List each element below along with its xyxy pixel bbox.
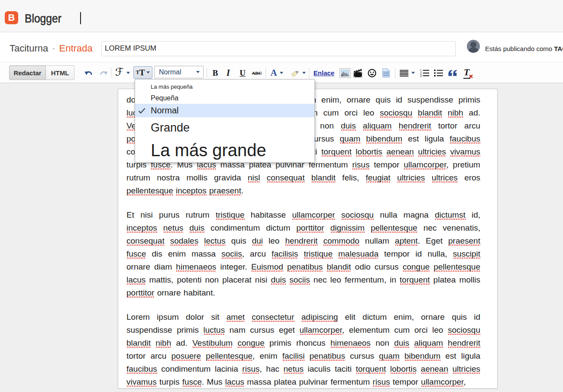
misspelled-word: pellentesque xyxy=(371,223,417,233)
misspelled-word: aenean xyxy=(386,147,414,157)
misspelled-word: ultricies xyxy=(453,364,480,374)
misspelled-word: consequat xyxy=(267,173,305,183)
misspelled-word: congue xyxy=(237,338,264,348)
blogger-logo-icon[interactable]: B xyxy=(5,11,18,24)
misspelled-word: blandit xyxy=(311,173,336,183)
blog-name[interactable]: Taciturna xyxy=(10,43,48,54)
post-title-input[interactable] xyxy=(101,41,456,56)
misspelled-word: pellentesque xyxy=(206,351,252,361)
misspelled-word: sociosqu xyxy=(341,210,374,220)
insert-image-button[interactable] xyxy=(339,62,351,84)
font-size-option[interactable]: Pequeña xyxy=(135,93,314,104)
misspelled-word: faucibus xyxy=(450,134,480,144)
misspelled-word: lacus xyxy=(225,377,244,387)
undo-button[interactable] xyxy=(83,62,95,84)
font-size-icon-big: T xyxy=(139,68,145,77)
misspelled-word: ullamcorper xyxy=(404,160,446,170)
insert-emoji-button[interactable] xyxy=(367,62,377,84)
compose-tab[interactable]: Redactar xyxy=(9,65,46,80)
font-size-option[interactable]: Normal xyxy=(135,104,314,117)
highlighter-icon xyxy=(290,69,300,77)
misspelled-word: dui xyxy=(252,236,263,246)
editor-line: suspendisse primis luctus nam cursus ege… xyxy=(126,324,480,337)
editor-line: vivamus turpis fusce. Mus lacus massa pl… xyxy=(126,376,480,389)
misspelled-word: netus xyxy=(284,364,304,374)
numbered-list-button[interactable]: 1 2 3 xyxy=(419,62,430,84)
chevron-down-icon xyxy=(411,72,415,74)
insert-video-button[interactable] xyxy=(353,62,363,84)
font-size-button[interactable]: T T xyxy=(133,66,152,79)
misspelled-word: hendrerit xyxy=(399,121,431,131)
mode-switch: Redactar HTML xyxy=(9,65,74,80)
editor-line: tortor arcu posuere pellentesque, enim f… xyxy=(126,350,480,363)
misspelled-word: luctus xyxy=(204,325,225,335)
misspelled-word: pellentesque xyxy=(126,186,173,196)
editor-paragraph: Lorem ipsum dolor sit amet consectetur a… xyxy=(126,311,480,389)
chevron-down-icon xyxy=(302,72,306,74)
misspelled-word: tristique xyxy=(304,249,333,259)
misspelled-word: torquent xyxy=(400,275,430,285)
svg-text:3: 3 xyxy=(420,74,422,77)
redo-button[interactable] xyxy=(97,62,109,84)
editor-line: pellentesque inceptos praesent. xyxy=(126,184,480,197)
misspelled-word: himenaeos xyxy=(176,262,216,272)
misspelled-word: nisl xyxy=(248,173,260,183)
misspelled-word: dictumst xyxy=(435,210,466,220)
heading-select[interactable]: Normal xyxy=(154,66,204,78)
misspelled-word: porttitor xyxy=(296,223,324,233)
misspelled-word: blandit xyxy=(126,338,151,348)
misspelled-word: bibendum xyxy=(404,351,440,361)
misspelled-word: hendrerit xyxy=(448,338,480,348)
font-size-option[interactable]: La más pequeña xyxy=(135,80,314,93)
app-header: B Blogger xyxy=(0,0,563,32)
chevron-down-icon xyxy=(126,72,130,74)
insert-jump-break-button[interactable] xyxy=(381,62,392,84)
breadcrumb-separator: · xyxy=(48,43,59,54)
bullet-list-button[interactable] xyxy=(433,62,444,84)
strikethrough-icon: ABC xyxy=(252,71,262,76)
insert-link-button[interactable]: Enlace xyxy=(311,62,337,84)
misspelled-word: quam xyxy=(340,134,361,144)
misspelled-word: sociis xyxy=(221,249,242,259)
blockquote-button[interactable] xyxy=(447,62,458,84)
html-tab[interactable]: HTML xyxy=(46,65,74,80)
misspelled-word: posuere xyxy=(171,351,201,361)
avatar xyxy=(467,40,480,53)
misspelled-word: consequat xyxy=(126,236,165,246)
film-icon xyxy=(353,68,363,77)
toolbar-separator xyxy=(309,68,309,78)
checkmark-icon xyxy=(138,108,146,114)
misspelled-word: aliquam xyxy=(414,338,443,348)
misspelled-word: risus xyxy=(372,377,390,387)
editor-line: rutrum nostra mollis gravida nisl conseq… xyxy=(126,171,480,184)
misspelled-word: praesent xyxy=(448,236,480,246)
publisher-info: Estás publicando como TACITURNA xyxy=(467,40,563,53)
font-family-button[interactable]: ℱ xyxy=(113,62,132,84)
misspelled-word: ultricies xyxy=(397,173,425,183)
font-size-option[interactable]: Grande xyxy=(135,117,314,138)
misspelled-word: aptent xyxy=(395,236,418,246)
misspelled-word: sociosqu xyxy=(448,325,480,335)
alignment-button[interactable] xyxy=(398,62,417,84)
underline-icon: U xyxy=(239,68,246,78)
remove-formatting-button[interactable]: T xyxy=(461,62,473,84)
misspelled-word: commodo xyxy=(323,236,359,246)
misspelled-word: ultrices xyxy=(432,173,458,183)
align-icon xyxy=(400,70,408,77)
misspelled-word: feugiat xyxy=(366,173,391,183)
title-row: Taciturna·Entrada Estás publicando como … xyxy=(0,32,563,62)
misspelled-word: congue xyxy=(403,262,430,272)
misspelled-word: bibendum xyxy=(366,134,402,144)
editor-line: porttitor ornare habitant. xyxy=(126,286,480,299)
misspelled-word: lacus xyxy=(126,275,146,285)
misspelled-word: ullamcorper xyxy=(421,377,463,387)
misspelled-word: risus xyxy=(242,364,259,374)
misspelled-word: penatibus xyxy=(287,262,323,272)
misspelled-word: ullamcorper xyxy=(300,325,342,335)
misspelled-word: amet xyxy=(226,312,245,322)
misspelled-word: sociosqu xyxy=(380,108,412,118)
font-size-option[interactable]: La más grande xyxy=(135,138,314,162)
image-icon xyxy=(340,68,350,78)
undo-icon xyxy=(84,70,94,77)
misspelled-word: duis xyxy=(271,275,286,285)
